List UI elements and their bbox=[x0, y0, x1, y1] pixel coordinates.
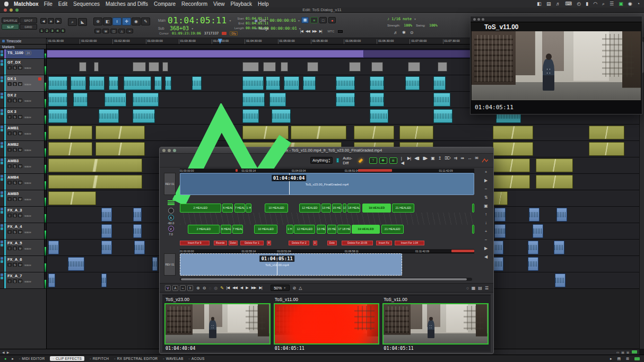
expand-icon[interactable]: ↔ bbox=[467, 156, 471, 165]
flatten-icon[interactable]: ⇉ bbox=[454, 156, 457, 165]
grid-view-icon[interactable]: ▦ bbox=[472, 286, 475, 290]
snapshot-icon[interactable]: ▣ bbox=[484, 204, 488, 208]
track-m-button[interactable]: M bbox=[18, 148, 22, 152]
menu-icon[interactable] bbox=[168, 200, 175, 205]
view-b-icon[interactable]: ▤ bbox=[621, 350, 624, 354]
audio-clip[interactable] bbox=[370, 76, 384, 90]
track-select-chips[interactable] bbox=[0, 141, 4, 157]
audio-clip[interactable] bbox=[408, 62, 420, 72]
audio-clip[interactable] bbox=[47, 50, 364, 58]
play-small-icon[interactable]: ▶ bbox=[484, 178, 488, 183]
change-marker[interactable]: Dele bbox=[327, 241, 337, 245]
change-marker[interactable]: Reorde bbox=[214, 241, 227, 245]
audio-clip[interactable] bbox=[281, 62, 288, 72]
audio-clip[interactable] bbox=[101, 208, 112, 222]
layout-icon[interactable]: ⊞ bbox=[626, 357, 629, 361]
audio-clip[interactable] bbox=[433, 93, 450, 107]
track-s-button[interactable]: S bbox=[13, 181, 17, 184]
mail-icon[interactable]: ✉ bbox=[475, 156, 478, 165]
audio-clip[interactable] bbox=[493, 241, 503, 254]
zoom-in-small-icon[interactable]: + bbox=[485, 170, 488, 174]
track-header-dx-1[interactable]: DX 1ISMwave bbox=[0, 75, 47, 91]
pencil-tool-icon[interactable]: ✎ bbox=[141, 17, 150, 25]
speaker-icon[interactable]: ♬ bbox=[394, 30, 398, 35]
sub-counter[interactable]: 368+03 bbox=[170, 25, 189, 31]
audio-clip[interactable] bbox=[589, 126, 624, 139]
track-select-chips[interactable] bbox=[0, 174, 4, 190]
track-select-chips[interactable] bbox=[0, 125, 4, 140]
track-i-button[interactable]: I bbox=[7, 214, 12, 217]
fast-forward-icon[interactable]: ▶▶ bbox=[312, 29, 317, 33]
change-marker[interactable]: Insert For 9 bbox=[180, 241, 210, 245]
track-s-button[interactable]: S bbox=[13, 214, 17, 217]
video-gain-icon[interactable]: V bbox=[168, 226, 174, 232]
expand-tools-icon[interactable]: ▸ bbox=[12, 357, 14, 361]
audio-clip[interactable] bbox=[528, 241, 538, 254]
viewer-video-area[interactable] bbox=[472, 31, 641, 100]
rewind-icon[interactable]: ◀◀ bbox=[306, 29, 310, 33]
track-m-button[interactable]: M bbox=[18, 181, 22, 184]
healed-block[interactable]: 2 HEALED bbox=[188, 225, 220, 234]
healed-block[interactable]: 10 HEALED bbox=[265, 204, 288, 213]
healed-block[interactable]: 7 HEALE bbox=[232, 225, 243, 234]
audio-clip[interactable] bbox=[162, 62, 168, 72]
keyboard-icon[interactable]: ⌨ bbox=[565, 1, 572, 6]
arrow-up-icon[interactable]: ↑ bbox=[485, 212, 487, 217]
change-marker[interactable]: Insert For 1:04 bbox=[395, 241, 424, 245]
return-to-zero-icon[interactable]: |◀ bbox=[300, 29, 303, 33]
audio-clip[interactable] bbox=[242, 76, 264, 90]
audio-clip[interactable] bbox=[133, 208, 142, 222]
timecode-ruler-header[interactable]: Timecode bbox=[0, 38, 47, 45]
audio-clip[interactable] bbox=[589, 142, 624, 156]
healed-block[interactable]: 6 HEALE bbox=[222, 204, 233, 213]
change-marker[interactable]: Delete For 20:05 bbox=[342, 241, 373, 245]
audio-clip[interactable] bbox=[284, 76, 299, 90]
nudge-value[interactable]: 00:00:00:01 bbox=[271, 26, 297, 31]
healed-block[interactable]: 10 HEALED bbox=[254, 225, 277, 234]
reference-ruler[interactable]: 01:00:00:0001:02:55:1401:04:03:0401:06:5… bbox=[180, 169, 474, 173]
chevron-down-icon[interactable]: ▼ bbox=[191, 27, 194, 30]
audio-clip[interactable] bbox=[48, 93, 67, 107]
audio-clip[interactable] bbox=[493, 158, 530, 172]
track-header-dx-3[interactable]: DX 3ISMwave bbox=[0, 108, 47, 124]
change-marker[interactable]: Delete For 1 bbox=[240, 241, 264, 245]
track-i-button[interactable]: I bbox=[7, 230, 12, 234]
audio-clip[interactable] bbox=[73, 93, 88, 107]
audio-clip[interactable] bbox=[528, 257, 538, 271]
track-s-button[interactable]: S bbox=[13, 99, 17, 102]
add-icon[interactable]: + bbox=[485, 229, 488, 234]
track-i-button[interactable]: I bbox=[7, 279, 12, 283]
horizontal-scroll-thumb[interactable] bbox=[181, 278, 467, 280]
delay-badge[interactable]: Dly bbox=[230, 31, 238, 36]
go-start-icon[interactable]: |◀ bbox=[227, 286, 229, 290]
menu-edit[interactable]: Edit bbox=[58, 1, 67, 7]
track-header-gt-dx[interactable]: GT_DXISMwave bbox=[0, 59, 47, 75]
reference-clip[interactable]: 01:04:40:04 ToS_v23.00_FinalGraded.mp4 bbox=[180, 173, 474, 195]
rows-view-icon[interactable]: ☰ bbox=[485, 286, 488, 290]
apple-icon[interactable] bbox=[4, 2, 8, 6]
view-a-icon[interactable]: ▭ bbox=[616, 350, 620, 354]
audio-clip[interactable] bbox=[48, 273, 55, 287]
heal-button[interactable]: ✚ bbox=[379, 157, 387, 164]
wifi-icon[interactable]: ◠ bbox=[593, 1, 597, 6]
strength-value[interactable]: 100% bbox=[404, 23, 412, 28]
track-header-fx-a-3[interactable]: FX_A_3ISMwave bbox=[0, 207, 47, 223]
zoom-preset-5[interactable]: 5 bbox=[60, 29, 65, 33]
zoom-out-arrow-icon[interactable]: ◀ bbox=[40, 18, 47, 24]
insertion-follows-icon[interactable]: ◫ bbox=[110, 29, 117, 33]
track-select-chips[interactable] bbox=[0, 240, 4, 255]
healed-block[interactable]: 21 HEALED bbox=[392, 204, 414, 213]
record-icon[interactable]: ● bbox=[328, 17, 336, 23]
play-to-in-icon[interactable]: ◀▮ bbox=[414, 156, 419, 165]
track-i-button[interactable]: I bbox=[7, 181, 12, 184]
track-s-button[interactable]: S bbox=[13, 230, 17, 234]
audio-clip[interactable] bbox=[536, 175, 573, 189]
scroll-left-icon[interactable]: ◀ bbox=[2, 350, 5, 354]
zoom-preset-icon[interactable]: ⊞ bbox=[626, 350, 629, 354]
audio-clip[interactable] bbox=[133, 62, 146, 72]
track-select-chips[interactable] bbox=[0, 190, 4, 206]
grid-view-icon[interactable]: ▤ bbox=[617, 357, 621, 361]
healed-block[interactable] bbox=[472, 225, 474, 234]
track-i-button[interactable]: I bbox=[7, 82, 12, 86]
audio-clip[interactable] bbox=[149, 62, 159, 72]
